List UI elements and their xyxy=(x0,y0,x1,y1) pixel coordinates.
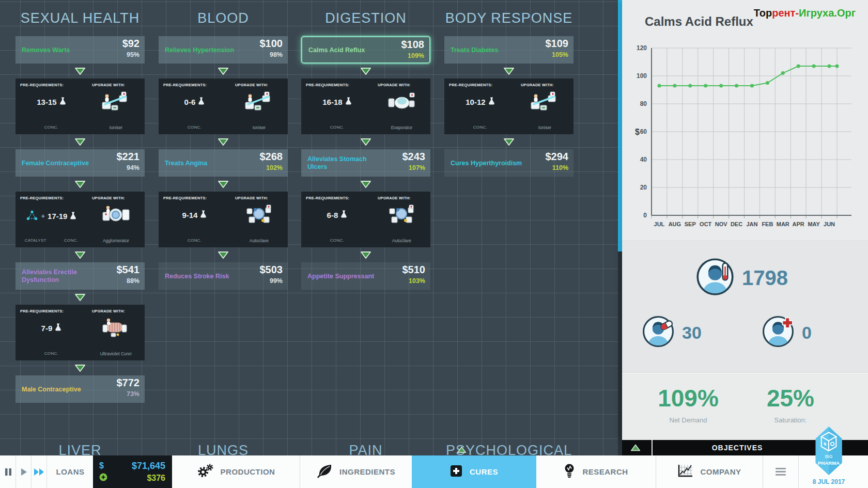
machine-icon xyxy=(373,90,430,114)
cure-demand-percent: 98% xyxy=(270,51,283,58)
conc-label: CONC. xyxy=(330,125,344,130)
svg-text:APR: APR xyxy=(793,221,804,227)
flow-down-arrow-icon xyxy=(159,247,288,262)
person-pill-icon xyxy=(642,315,675,350)
cure-name: Relieves Hypertension xyxy=(165,46,243,54)
category-title: DIGESTION xyxy=(301,10,430,26)
conc-label: CONC. xyxy=(473,125,487,130)
site-watermark: Торрент-Игруха.Орг xyxy=(754,7,856,19)
machine-name: Ultraviolet Curer xyxy=(87,351,145,356)
conc-label: CONC. xyxy=(330,238,344,243)
scrollbar-thumb[interactable] xyxy=(618,0,622,251)
cure-name: Removes Warts xyxy=(22,46,100,54)
machine-name: Ioniser xyxy=(516,125,574,130)
cure-demand-percent: 88% xyxy=(127,277,140,285)
income-plus-icon xyxy=(99,473,107,483)
logo-pharma-text: PHARMA xyxy=(818,460,840,466)
cure-card[interactable]: Alleviates Erectile Dysfunction$54188% xyxy=(16,262,145,290)
svg-text:20: 20 xyxy=(640,184,647,191)
big-pharma-app: SEXUAL HEALTHRemoves Warts$9295%PRE-REQU… xyxy=(0,0,868,488)
svg-text:80: 80 xyxy=(640,100,647,107)
menu-hamburger-button[interactable] xyxy=(763,455,799,488)
concentration-value: 7-9 xyxy=(41,324,53,333)
board-scrollbar[interactable] xyxy=(618,0,622,455)
watermark-part: Игруха.Орг xyxy=(799,7,856,19)
play-button[interactable] xyxy=(16,455,32,488)
upgrade-with: UPGRADE WITH:Evaporator xyxy=(373,78,430,134)
tab-research[interactable]: RESEARCH xyxy=(536,455,656,488)
machine-name: Evaporator xyxy=(373,125,430,130)
tab-cures-active[interactable]: CURES xyxy=(412,455,536,488)
flow-down-arrow-icon xyxy=(16,64,145,78)
svg-text:0: 0 xyxy=(643,212,647,219)
upgrade-label: UPGRADE WITH: xyxy=(521,83,554,87)
cure-card[interactable]: Male Contraceptive$77273% xyxy=(16,375,145,403)
time-controls xyxy=(0,455,48,488)
svg-text:100: 100 xyxy=(637,72,647,80)
cure-card[interactable]: Removes Warts$9295% xyxy=(16,36,145,64)
machine-icon xyxy=(516,90,574,114)
cure-card[interactable]: Alleviates Stomach Ulcers$243107% xyxy=(301,149,430,177)
machine-name: Autoclave xyxy=(373,238,430,243)
cure-price: $294 xyxy=(546,151,569,163)
net-demand-value: 109% xyxy=(637,384,740,412)
loans-button[interactable]: LOANS xyxy=(48,455,93,488)
cure-card[interactable]: Reduces Stroke Risk$50399% xyxy=(159,262,288,290)
upgrade-with: UPGRADE WITH:Autoclave xyxy=(373,192,430,247)
cure-price: $109 xyxy=(546,38,569,50)
cure-price: $100 xyxy=(260,38,283,50)
cash-row: $ $71,645 xyxy=(93,461,172,471)
svg-text:MAY: MAY xyxy=(808,221,820,227)
cure-detail-panel: 020406080100120JULAUGSEPOCTNOVDECJANFEBM… xyxy=(622,0,868,440)
catalyst-icon xyxy=(26,210,38,222)
cure-price: $243 xyxy=(402,151,426,163)
svg-text:MAR: MAR xyxy=(777,221,789,227)
fast-forward-button[interactable] xyxy=(32,455,47,488)
upgrade-label: UPGRADE WITH: xyxy=(92,83,125,87)
cure-card[interactable]: Treats Diabetes$109105% xyxy=(444,36,574,64)
concentration-range: 6-8 xyxy=(301,210,373,219)
svg-text:120: 120 xyxy=(637,44,647,52)
cure-name: Reduces Stroke Risk xyxy=(165,272,243,280)
pre-requirements: PRE-REQUIREMENTS:16-18CONC. xyxy=(301,78,373,134)
cure-card[interactable]: Treats Angina$268102% xyxy=(159,149,288,177)
tab-ingredients[interactable]: INGREDIENTS xyxy=(300,455,412,488)
cure-card[interactable]: Cures Hyperthyroidism$294110% xyxy=(444,149,574,177)
svg-text:40: 40 xyxy=(640,156,647,163)
person-cross-icon xyxy=(762,315,795,350)
pause-icon xyxy=(5,468,12,476)
bottom-toolbar: LOANS $ $71,645 $376 PRODUCTION xyxy=(0,455,868,488)
tab-production[interactable]: PRODUCTION xyxy=(172,455,300,488)
cure-card[interactable]: Female Contraceptive$22194% xyxy=(16,149,145,177)
svg-text:AUG: AUG xyxy=(669,221,681,227)
pause-button[interactable] xyxy=(1,455,16,488)
upgrade-label: UPGRADE WITH: xyxy=(92,309,125,313)
cure-price: $503 xyxy=(260,264,283,276)
cure-card[interactable]: Relieves Hypertension$10098% xyxy=(159,36,288,64)
cure-name: Calms Acid Reflux xyxy=(308,46,387,54)
saturation-label: Saturation: xyxy=(739,416,842,424)
svg-text:OCT: OCT xyxy=(700,221,712,227)
upgrade-with: UPGRADE WITH:Agglomerator xyxy=(87,192,145,247)
cure-card[interactable]: Appetite Suppressant$510103% xyxy=(301,262,430,290)
tab-label: INGREDIENTS xyxy=(339,467,395,476)
cure-card-selected[interactable]: Calms Acid Reflux$108109% xyxy=(301,36,430,64)
category-title: BODY RESPONSE xyxy=(444,10,574,26)
prereq-upgrade-box: PRE-REQUIREMENTS:16-18CONC.UPGRADE WITH:… xyxy=(301,78,430,134)
prereq-upgrade-box: PRE-REQUIREMENTS:13-15CONC.UPGRADE WITH:… xyxy=(16,78,145,134)
conc-label: CONC. xyxy=(44,351,58,356)
income-row: $376 xyxy=(93,473,172,483)
patients-with-condition-stat: 1798 xyxy=(695,257,788,298)
next-category-title: LUNGS xyxy=(159,443,288,455)
machine-icon xyxy=(87,317,145,340)
flow-down-arrow-icon xyxy=(159,64,288,78)
tab-company[interactable]: COMPANY xyxy=(656,455,763,488)
flow-down-arrow-icon xyxy=(301,177,430,192)
objectives-expand-icon[interactable] xyxy=(630,444,641,454)
concentration-range: 0-6 xyxy=(159,97,230,106)
category-column: BLOODRelieves Hypertension$10098%PRE-REQ… xyxy=(159,10,288,290)
scroll-up-indicator[interactable] xyxy=(457,446,467,455)
pre-requirements: PRE-REQUIREMENTS:+17-19CATALYSTCONC. xyxy=(16,192,87,247)
machine-icon xyxy=(230,203,288,227)
hamburger-icon xyxy=(776,468,786,476)
